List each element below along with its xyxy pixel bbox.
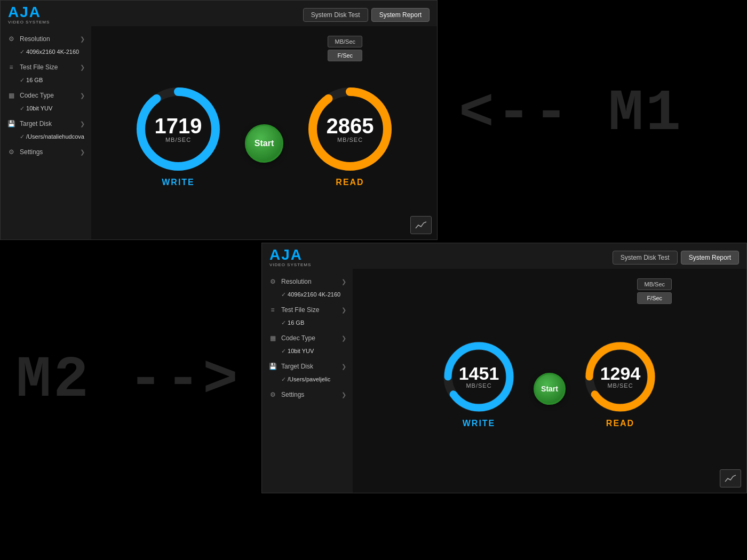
m2-gauges: 1451 MB/SEC WRITE Start 1294 (440, 338, 659, 428)
m2-chart-icon[interactable] (720, 469, 741, 487)
testfile-icon: ≡ (7, 63, 15, 71)
m2-header-buttons: System Disk Test System Report (613, 251, 739, 265)
m1-settings-label: Settings (20, 148, 76, 156)
m1-read-inner: 2865 MB/SEC (327, 115, 374, 143)
m1-gauges: 1719 MB/SEC WRITE Start 2865 (133, 84, 395, 187)
m1-start-wrap: Start (245, 108, 283, 163)
m1-label: <-- M1 (459, 80, 683, 147)
m2-codec-icon: ▦ (268, 334, 277, 342)
m2-codec-chevron: ❯ (341, 335, 346, 342)
aja-logo-m2: AJA VIDEO SYSTEMS (269, 247, 311, 268)
m1-write-circle: 1719 MB/SEC (133, 84, 224, 174)
m1-write-label: WRITE (162, 178, 195, 187)
m2-label: M2 --> (16, 347, 240, 413)
m2-resolution-icon: ⚙ (268, 277, 277, 286)
m1-testfile-item[interactable]: ≡ Test File Size ❯ (1, 59, 91, 76)
panel-m2: AJA VIDEO SYSTEMS System Disk Test Syste… (261, 243, 747, 493)
m1-disk-test-button[interactable]: System Disk Test (303, 8, 368, 22)
resolution-icon: ⚙ (7, 35, 15, 43)
m2-write-circle: 1451 MB/SEC (440, 338, 518, 415)
m1-chart-icon[interactable] (410, 216, 432, 234)
m1-settings-chevron: ❯ (80, 149, 85, 156)
m2-target-chevron: ❯ (341, 363, 346, 370)
aja-logo-sub-m1: VIDEO SYSTEMS (8, 20, 50, 25)
m2-target-item[interactable]: 💾 Target Disk ❯ (262, 358, 353, 375)
m2-speed-toggle: MB/Sec F/Sec (637, 278, 672, 304)
m2-sidebar: ⚙ Resolution ❯ ✓ 4096x2160 4K-2160 ≡ Tes… (262, 269, 353, 493)
settings-icon-m1: ⚙ (7, 148, 15, 156)
m1-read-circle: 2865 MB/SEC (305, 84, 395, 174)
m1-read-label: READ (336, 178, 364, 187)
m1-main-content: MB/Sec F/Sec 1719 MB/SEC WRITE (91, 26, 437, 239)
m2-read-inner: 1294 MB/SEC (600, 364, 641, 389)
m2-resolution-value: ✓ 4096x2160 4K-2160 (262, 290, 353, 301)
m2-target-value: ✓ /Users/paveljelic (262, 375, 353, 386)
m2-write-label: WRITE (463, 419, 496, 428)
m2-codec-item[interactable]: ▦ Codec Type ❯ (262, 330, 353, 347)
m1-target-chevron: ❯ (80, 121, 85, 127)
m1-codec-item[interactable]: ▦ Codec Type ❯ (1, 87, 91, 104)
m1-resolution-item[interactable]: ⚙ Resolution ❯ (1, 30, 91, 47)
m2-resolution-chevron: ❯ (341, 278, 346, 285)
m2-settings-item[interactable]: ⚙ Settings ❯ (262, 386, 353, 403)
m2-read-circle: 1294 MB/SEC (582, 338, 659, 415)
m1-resolution-chevron: ❯ (80, 36, 85, 43)
m2-read-value: 1294 (600, 364, 641, 382)
m2-disk-test-button[interactable]: System Disk Test (613, 251, 678, 265)
m2-target-label: Target Disk (281, 363, 337, 370)
m1-resolution-label: Resolution (20, 35, 76, 43)
m1-testfile-label: Test File Size (20, 63, 76, 71)
m2-settings-chevron: ❯ (341, 391, 346, 398)
m2-read-label: READ (606, 419, 634, 428)
m2-write-gauge: 1451 MB/SEC WRITE (440, 338, 518, 428)
panel-m1: AJA VIDEO SYSTEMS System Disk Test Syste… (0, 0, 438, 240)
aja-logo-sub-m2: VIDEO SYSTEMS (269, 262, 311, 268)
m2-testfile-value: ✓ 16 GB (262, 318, 353, 330)
m1-resolution-value: ✓ 4096x2160 4K-2160 (1, 47, 91, 59)
codec-icon: ▦ (7, 91, 15, 100)
aja-logo-text-m2: AJA (269, 247, 311, 262)
m1-write-inner: 1719 MB/SEC (155, 115, 202, 143)
m2-testfile-icon: ≡ (268, 306, 277, 314)
m2-resolution-item[interactable]: ⚙ Resolution ❯ (262, 273, 353, 290)
m1-header-buttons: System Disk Test System Report (303, 8, 430, 22)
m2-codec-label: Codec Type (281, 334, 337, 342)
m1-speed-toggle: MB/Sec F/Sec (328, 36, 362, 61)
m2-codec-value: ✓ 10bit YUV (262, 347, 353, 358)
m1-start-button[interactable]: Start (245, 124, 283, 163)
aja-logo-text-m1: AJA (8, 5, 50, 20)
m2-start-wrap: Start (534, 361, 566, 405)
m2-header: AJA VIDEO SYSTEMS System Disk Test Syste… (262, 243, 746, 273)
m2-fsec-button[interactable]: F/Sec (637, 292, 672, 304)
m1-codec-value: ✓ 10bit YUV (1, 104, 91, 115)
m1-target-value: ✓ /Users/nataliehudcova (1, 132, 91, 143)
target-icon: 💾 (7, 119, 15, 128)
m1-codec-label: Codec Type (20, 92, 76, 99)
m1-header: AJA VIDEO SYSTEMS System Disk Test Syste… (1, 1, 437, 30)
m1-testfile-chevron: ❯ (80, 64, 85, 71)
m2-testfile-item[interactable]: ≡ Test File Size ❯ (262, 301, 353, 318)
m1-mbsec-button[interactable]: MB/Sec (328, 36, 362, 47)
m1-settings-item[interactable]: ⚙ Settings ❯ (1, 143, 91, 161)
m2-testfile-chevron: ❯ (341, 307, 346, 314)
m1-write-gauge: 1719 MB/SEC WRITE (133, 84, 224, 187)
m2-write-value: 1451 (459, 364, 499, 382)
aja-logo-m1: AJA VIDEO SYSTEMS (8, 5, 50, 25)
m2-settings-label: Settings (281, 391, 337, 398)
m2-target-icon: 💾 (268, 362, 277, 371)
m1-write-value: 1719 (155, 115, 202, 137)
m1-target-label: Target Disk (20, 120, 76, 127)
m2-main-content: MB/Sec F/Sec 1451 MB/SEC WRITE (353, 269, 746, 493)
m1-sidebar: ⚙ Resolution ❯ ✓ 4096x2160 4K-2160 ≡ Tes… (1, 26, 91, 239)
m1-testfile-value: ✓ 16 GB (1, 76, 91, 87)
m1-report-button[interactable]: System Report (371, 8, 430, 22)
m2-report-button[interactable]: System Report (681, 251, 739, 265)
m1-fsec-button[interactable]: F/Sec (328, 50, 362, 61)
m2-mbsec-button[interactable]: MB/Sec (637, 278, 672, 290)
m2-read-gauge: 1294 MB/SEC READ (582, 338, 659, 428)
m2-start-button[interactable]: Start (534, 373, 566, 405)
m1-codec-chevron: ❯ (80, 92, 85, 99)
m2-write-inner: 1451 MB/SEC (459, 364, 499, 389)
m2-resolution-label: Resolution (281, 278, 337, 285)
m1-target-item[interactable]: 💾 Target Disk ❯ (1, 115, 91, 132)
